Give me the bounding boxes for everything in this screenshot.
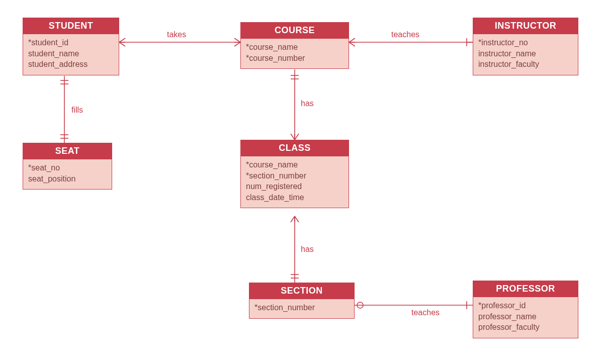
entity-course: COURSE *course_name *course_number [240,22,349,69]
entity-student: STUDENT *student_id student_name student… [23,18,119,75]
attr: instructor_name [478,48,573,59]
attr: professor_name [478,311,573,322]
entity-course-attrs: *course_name *course_number [241,39,349,68]
attr: professor_faculty [478,322,573,333]
attr: *professor_id [478,300,573,311]
rel-takes-label: takes [167,30,186,39]
attr: seat_position [28,173,107,185]
entity-seat-attrs: *seat_no seat_position [23,159,112,189]
entity-instructor-attrs: *instructor_no instructor_name instructo… [473,34,578,75]
rel-teaches-section-professor-label: teaches [411,308,440,317]
svg-point-15 [357,302,363,308]
entity-seat: SEAT *seat_no seat_position [23,143,112,190]
attr: *section_number [254,302,349,313]
attr: num_registered [246,181,343,192]
rel-teaches-course-instructor-label: teaches [391,30,419,39]
rel-has-class-section-label: has [301,245,314,254]
attr: *course_name [246,159,343,170]
entity-instructor: INSTRUCTOR *instructor_no instructor_nam… [473,18,578,75]
entity-course-title: COURSE [241,23,349,39]
entity-class-title: CLASS [241,140,349,156]
entity-section: SECTION *section_number [249,283,355,319]
attr: instructor_faculty [478,59,573,70]
entity-professor: PROFESSOR *professor_id professor_name p… [473,281,578,338]
entity-class: CLASS *course_name *section_number num_r… [240,140,349,208]
attr: *instructor_no [478,37,573,48]
rel-fills-label: fills [71,106,83,115]
entity-class-attrs: *course_name *section_number num_registe… [241,156,349,208]
attr: *section_number [246,170,343,181]
entity-professor-attrs: *professor_id professor_name professor_f… [473,297,578,338]
entity-student-attrs: *student_id student_name student_address [23,34,119,75]
attr: *course_number [246,53,343,64]
entity-student-title: STUDENT [23,18,119,34]
rel-has-course-class-label: has [301,99,314,108]
entity-professor-title: PROFESSOR [473,281,578,297]
attr: student_address [28,59,114,70]
entity-seat-title: SEAT [23,143,112,159]
attr: *seat_no [28,162,107,173]
attr: *student_id [28,37,114,48]
entity-section-attrs: *section_number [249,299,354,318]
attr: class_date_time [246,192,343,203]
entity-instructor-title: INSTRUCTOR [473,18,578,34]
attr: student_name [28,48,114,59]
attr: *course_name [246,42,343,53]
entity-section-title: SECTION [249,283,354,299]
